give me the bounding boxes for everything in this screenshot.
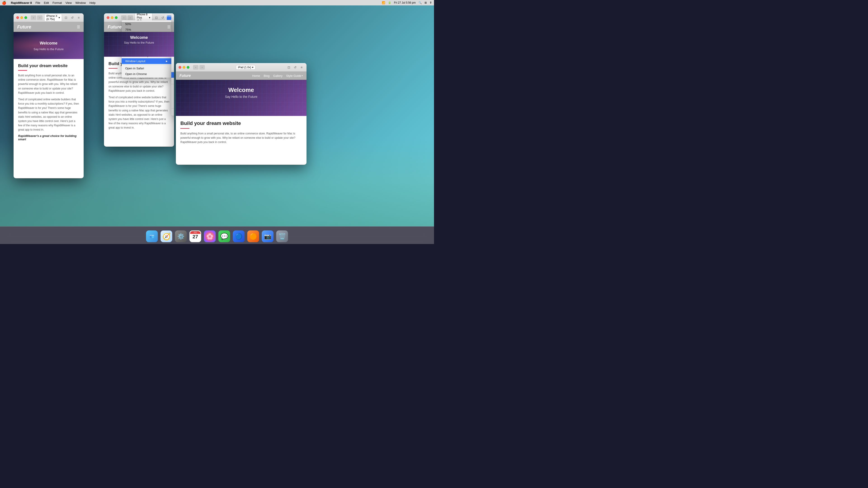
responsive-icon-1[interactable]: ⊡ [64,15,68,20]
traffic-lights-1[interactable] [16,16,27,19]
dock-item-messages[interactable]: 💬 [218,230,230,242]
hamburger-icon-1[interactable]: ☰ [77,25,80,29]
site-header-3: Future Home Blog Gallery Style Guide ▾ [176,72,307,80]
submenu-item-imac-5k[interactable]: iMac 5K 27" [171,102,174,107]
nav-blog[interactable]: Blog [264,74,270,77]
submenu-item-ipad[interactable]: iPad [171,72,174,78]
responsive-icon-3[interactable]: ⊡ [287,65,291,70]
svg-rect-3 [150,235,154,236]
titlebar-1: ‹ › iPhone X (0.75x) ▾ ⊡ ↺ ≡ [13,13,84,22]
photos-icon: 🌸 [204,230,216,242]
system-prefs-icon: ⚙️ [175,230,187,242]
fullscreen-button-1[interactable] [24,16,27,19]
back-button-2[interactable]: ‹ [121,15,127,20]
minimize-button-2[interactable] [111,16,114,19]
finder-icon [146,230,158,242]
submenu-item-macbook-pro-15[interactable]: MacBook Pro 15" [171,91,174,96]
dock-item-safari[interactable]: 🧭 [160,230,173,242]
forward-button-2[interactable]: › [127,15,133,20]
apple-menu[interactable]: 🍎 [2,1,6,5]
dock-item-trash[interactable]: 🗑️ [276,230,288,242]
nav-gallery[interactable]: Gallery [273,74,283,77]
menu-item-window-layout[interactable]: Window Layout ▶ iPhone X iPhone 8 iPhone… [122,58,171,64]
separator-3 [122,65,171,65]
minimize-button-3[interactable] [183,66,185,69]
divider-3 [180,128,189,129]
submenu-item-custom[interactable]: Custom [171,109,174,115]
dock-item-squash[interactable]: 🟠 [247,230,259,242]
dock-item-finder[interactable] [146,230,158,242]
submenu-item-iphone-se[interactable]: iPhone SE [171,65,174,70]
screenshots-icon: 📷 [262,230,274,242]
submenu-item-imac-215[interactable]: iMac 21.5" [171,96,174,102]
submenu-item-macbook-pro-13[interactable]: MacBook Pro 13" [171,85,174,91]
squash-icon: 🟠 [247,230,259,242]
dock-item-system-prefs[interactable]: ⚙️ [175,230,187,242]
traffic-lights-2[interactable] [107,16,118,19]
titlebar-3: ‹ › iPad (1.0x) ▾ ⊡ ↺ ≡ [176,63,307,72]
refresh-icon-2[interactable]: ↺ [160,15,165,20]
menu-edit[interactable]: Edit [44,1,49,4]
safari-icon: 🧭 [160,230,172,242]
submenu-item-iphone-8-plus[interactable]: iPhone 8 Plus [171,59,174,65]
body-p1-3: Build anything from a small personal sit… [180,131,302,144]
trash-icon: 🗑️ [276,230,288,242]
battery-icon[interactable]: 🔋 [388,1,391,4]
control-center-icon[interactable]: ⊞ [425,1,427,4]
site-logo-1: Future [17,24,31,30]
dock-item-photos[interactable]: 🌸 [204,230,216,242]
nav-home[interactable]: Home [252,74,260,77]
body-p2-2: Tired of complicated online website buil… [108,95,169,130]
hero-subtitle-3: Say Hello to the Future [176,95,307,98]
menu-help[interactable]: Help [90,1,96,4]
menu-format[interactable]: Format [53,1,62,4]
window-ipad: ‹ › iPad (1.0x) ▾ ⊡ ↺ ≡ Future Home Blog [176,63,307,165]
submenu-sep-3 [171,108,174,108]
back-button-3[interactable]: ‹ [193,65,198,70]
dock-item-rapidweaver[interactable]: 🔵 [232,230,245,242]
device-selector-3[interactable]: iPad (1.0x) ▾ [236,65,255,70]
menu-view[interactable]: View [66,1,72,4]
nav-style-guide[interactable]: Style Guide ▾ [286,74,303,77]
menu-item-open-chrome[interactable]: Open in Chrome [122,71,171,77]
device-selector-1[interactable]: iPhone X (0.75x) ▾ [44,14,62,22]
menu-icon-2[interactable]: Device ▾ [167,15,171,20]
fullscreen-button-2[interactable] [115,16,118,19]
dock-item-calendar[interactable]: JUL 27 [189,230,202,242]
menu-window[interactable]: Window [75,1,86,4]
datetime: Fri 27 Jul 5:56 pm [394,1,416,4]
responsive-icon-2[interactable]: ⊡ [154,15,159,20]
dock-item-screenshots[interactable]: 📷 [261,230,274,242]
menu-file[interactable]: File [35,1,40,4]
forward-button-3[interactable]: › [199,65,205,70]
wifi-icon[interactable]: 📶 [382,1,385,4]
site-preview-1: Future ☰ Welcome Say Hello to the Future… [13,22,84,145]
close-button-3[interactable] [179,66,181,69]
refresh-icon-3[interactable]: ↺ [293,65,298,70]
search-icon[interactable]: 🔍 [418,1,422,4]
back-button-1[interactable]: ‹ [31,15,36,20]
hero-content-1: Welcome Say Hello to the Future [13,36,84,55]
menu-item-open-safari[interactable]: Open in Safari [122,66,171,71]
minimize-button-1[interactable] [20,16,23,19]
fullscreen-button-3[interactable] [187,66,189,69]
refresh-icon-1[interactable]: ↺ [70,15,74,20]
traffic-lights-3[interactable] [179,66,189,69]
rapidweaver-icon: 🔵 [233,230,245,242]
site-preview-2: Future ☰ Welcome Say Hello to the Future… [104,22,174,137]
close-button-1[interactable] [16,16,19,19]
siri-icon[interactable]: 🎙 [430,1,432,4]
menu-icon-1[interactable]: ≡ [76,15,81,20]
site-logo-2: Future [107,24,122,30]
submenu-item-ipad-pro[interactable]: iPad Pro [171,78,174,84]
hamburger-icon-2[interactable]: ☰ [167,25,170,29]
body-p1-1: Build anything from a small personal sit… [18,73,79,95]
site-body-1: Build your dream website Build anything … [13,59,84,145]
body-quote-1: RapidWeaver's a great choice for buildin… [18,134,79,141]
desktop: ‹ › iPhone X (0.75x) ▾ ⊡ ↺ ≡ Future ☰ [0,5,434,226]
forward-button-1[interactable]: › [37,15,42,20]
menu-icon-3[interactable]: ≡ [299,65,304,70]
site-preview-3: Future Home Blog Gallery Style Guide ▾ W… [176,72,307,151]
app-name[interactable]: RapidWeaver 8 [11,1,32,4]
close-button-2[interactable] [107,16,110,19]
